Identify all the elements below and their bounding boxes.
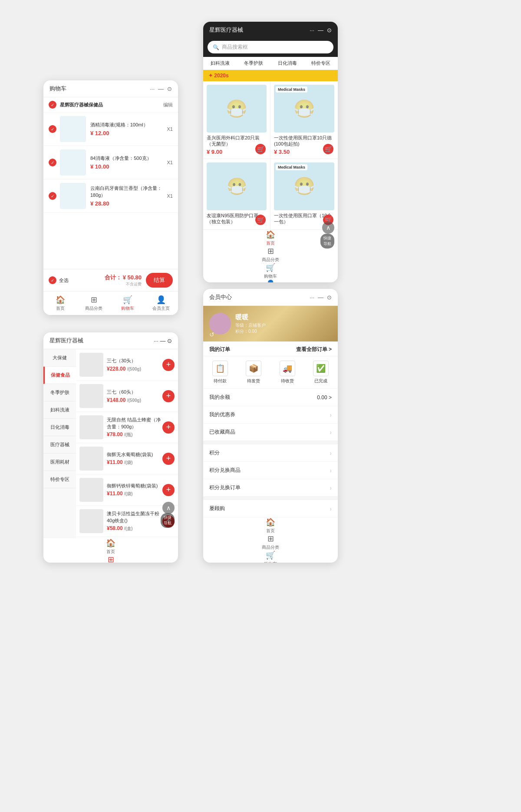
favorites-menu[interactable]: 已收藏商品 › [203,424,338,441]
cat-dabaojan[interactable]: 大保健 [43,349,76,367]
cat-fujkexi[interactable]: 妇科洗液 [43,401,76,419]
store-checkbox[interactable]: ✓ [49,101,56,109]
shop-bottom-nav: 🏠 首页 ⊞ 商品分类 🛒 购物车 👤 会员主页 [203,230,338,282]
cart-minimize[interactable]: — [158,86,164,92]
list-item: 三七（30头） ¥228.00 /(500g) + [76,349,178,381]
item-price-2: ¥ 10.00 [90,163,167,170]
member-close[interactable]: ⊙ [327,294,332,301]
product-image-2 [79,384,103,408]
product-image-3 [79,415,103,439]
cat-dongjihufou[interactable]: 冬季护肤 [43,384,76,401]
cart-bottom-nav: 🏠 首页 ⊞ 商品分类 🛒 购物车 👤 会员主页 [43,291,178,315]
pl-nav-category[interactable]: ⊞ 商品分类 [43,555,178,563]
mb-nav-cart[interactable]: 🛒 购物车 [203,550,338,563]
points-exchange-menu[interactable]: 积分兑换商品 › [203,462,338,479]
product-floating-nav[interactable]: 快捷导航 [161,513,175,528]
refresh-icon[interactable]: ↺ [209,331,214,338]
frequent-buy-menu[interactable]: 屡顾购 › [203,500,338,517]
points-order-menu[interactable]: 积分兑换订单 › [203,479,338,497]
shop-close[interactable]: ⊙ [327,27,332,33]
add-to-cart-btn-4[interactable]: + [162,453,175,465]
cat-yiliao[interactable]: 医疗器械 [43,436,76,454]
list-item: 无限自然 结晶土蜂蜜（净含量：900g） ¥78.00 /(瓶) + [76,412,178,443]
order-status-receive[interactable]: 🚚 待收货 [280,361,295,384]
sh-nav-category[interactable]: ⊞ 商品分类 [203,246,338,263]
cart-close[interactable]: ⊙ [167,86,172,92]
sh-nav-cart[interactable]: 🛒 购物车 [203,263,338,279]
pay-label: 待付款 [214,378,227,384]
sh-category-icon: ⊞ [267,246,274,256]
sh-nav-member[interactable]: 👤 会员主页 [203,279,338,282]
category-icon: ⊞ [91,295,97,305]
shop-scroll-top-btn[interactable]: ∧ [322,222,334,234]
grid-cart-btn-3[interactable]: 🛒 [255,215,266,225]
add-to-cart-btn-3[interactable]: + [162,421,175,434]
item-checkbox-3[interactable]: ✓ [49,192,56,200]
member-window-controls: ··· — ⊙ [310,294,332,301]
nav-home-label: 首页 [56,305,65,312]
nav-member-label: 会员主页 [152,305,170,312]
item-name-2: 84消毒液（净含量：500克） [90,155,167,162]
shop-floating-label: 快捷导航 [323,236,331,246]
list-item: 御辉钙铁锌葡萄糖(袋装) ¥11.00 /(袋) + [76,474,178,506]
order-status-pay[interactable]: 📋 待付款 [212,361,228,384]
cat-tejia[interactable]: 特价专区 [43,471,76,488]
coupon-menu[interactable]: 我的优惠券 › [203,406,338,424]
balance-menu[interactable]: 我的余额 0.00 > [203,389,338,406]
shop-search-input[interactable]: 🔍 商品搜索框 [208,41,333,53]
shop-floating-nav[interactable]: 快捷导航 [320,234,334,249]
promo-banner: ✦ 2020s [203,70,338,81]
mb-nav-category[interactable]: ⊞ 商品分类 [203,534,338,550]
tab-fujkexi[interactable]: 妇科洗液 [203,57,237,70]
section-divider-1 [203,441,338,444]
select-all-checkbox[interactable]: ✓ [49,276,56,284]
cat-yiyong[interactable]: 医用耗材 [43,454,76,471]
grid-cart-btn-2[interactable]: 🛒 [323,144,333,154]
product-scroll-top-btn[interactable]: ∧ [162,502,175,514]
points-order-arrow: › [330,484,332,491]
order-status-ship[interactable]: 📦 待发货 [246,361,261,384]
pl-nav-home[interactable]: 🏠 首页 [43,538,178,555]
nav-cart-label: 购物车 [121,305,134,312]
tab-dongjihufou[interactable]: 冬季护肤 [237,57,271,70]
nav-category[interactable]: ⊞ 商品分类 [77,292,111,315]
add-to-cart-btn-5[interactable]: + [162,484,175,496]
item-checkbox-1[interactable]: ✓ [49,125,56,133]
nav-member[interactable]: 👤 会员主页 [145,292,178,315]
shop-category-tabs: 妇科洗液 冬季护肤 日化消毒 特价专区 [203,57,338,70]
product-price-5: ¥11.00 /(袋) [107,491,162,497]
points-menu[interactable]: 积分 › [203,444,338,462]
favorites-arrow: › [330,429,332,436]
grid-cart-btn-1[interactable]: 🛒 [255,144,266,154]
product-close[interactable]: ⊙ [167,338,172,344]
tab-rihua[interactable]: 日化消毒 [270,57,304,70]
see-all-orders[interactable]: 查看全部订单 > [296,346,332,353]
store-edit-btn[interactable]: 编辑 [163,102,173,108]
tab-tejia[interactable]: 特价专区 [304,57,338,70]
ship-icon: 📦 [246,361,261,376]
product-price-4: ¥11.00 /(袋) [107,459,162,466]
mb-nav-home[interactable]: 🏠 首页 [203,517,338,534]
order-status-done[interactable]: ✅ 已完成 [313,361,329,384]
balance-value: 0.00 > [317,394,332,401]
product-title-bar: 星辉医疗器械 ··· — ⊙ [43,332,178,349]
product-name-1: 三七（30头） [107,358,162,364]
member-minimize[interactable]: — [318,294,323,301]
shop-minimize[interactable]: — [318,27,323,33]
grid-item-2: 😷 Medical Masks 一次性使用医用口罩10只德(100包起拍) ¥ … [270,81,338,159]
mask2-emoji: 😷 [293,99,315,119]
nav-home[interactable]: 🏠 首页 [43,292,77,315]
add-to-cart-btn-1[interactable]: + [162,359,175,371]
cat-rihua[interactable]: 日化消毒 [43,419,76,436]
sh-nav-home[interactable]: 🏠 首页 [203,230,338,246]
mb-nav-home-label: 首页 [266,528,275,534]
cat-baojian[interactable]: 保健食品 [43,367,76,384]
product-list-frame: 星辉医疗器械 ··· — ⊙ 大保健 保健食品 冬季护肤 妇科洗液 日化消毒 医… [43,332,178,563]
product-price-6: ¥58.00 /(盒) [107,525,162,532]
product-minimize[interactable]: — [160,338,165,344]
item-checkbox-2[interactable]: ✓ [49,159,56,166]
add-to-cart-btn-2[interactable]: + [162,390,175,402]
checkout-button[interactable]: 结算 [146,273,173,288]
member-info: 暖暖 等级：店铺客户 积分：0.00 [235,313,266,335]
nav-cart[interactable]: 🛒 购物车 [111,292,145,315]
